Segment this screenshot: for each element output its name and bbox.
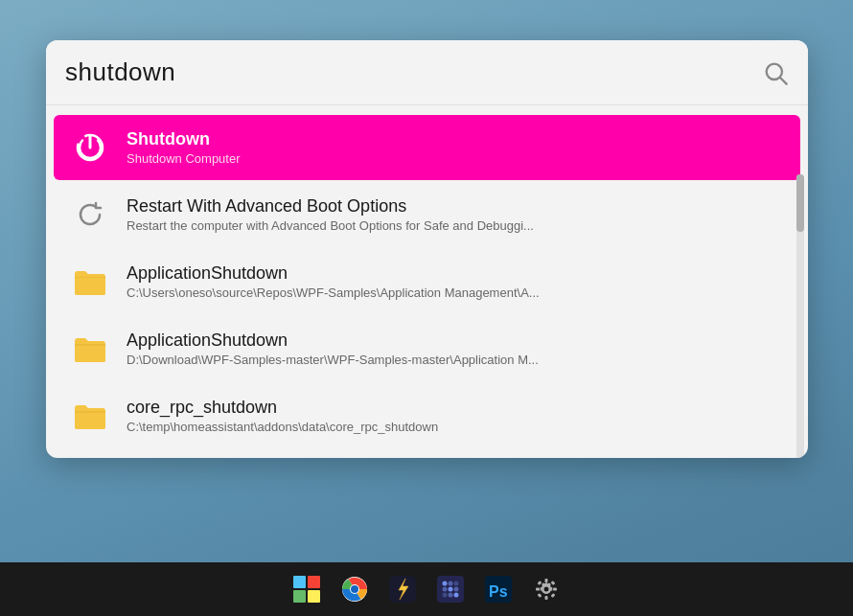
search-input[interactable]	[65, 57, 762, 87]
tailscale-icon	[437, 576, 464, 603]
svg-rect-33	[551, 593, 556, 598]
photoshop-icon: Ps	[485, 576, 512, 603]
search-icon	[762, 59, 789, 86]
svg-rect-5	[75, 345, 105, 362]
svg-rect-32	[538, 593, 542, 598]
folder-icon-3	[69, 395, 111, 437]
svg-point-19	[443, 593, 448, 598]
svg-point-15	[454, 582, 459, 586]
result-item-core-rpc[interactable]: core_rpc_shutdown C:\temp\homeassistant\…	[54, 383, 800, 448]
result-text-core-rpc: core_rpc_shutdown C:\temp\homeassistant\…	[127, 398, 785, 434]
folder-icon-2	[69, 328, 111, 370]
svg-point-16	[443, 587, 448, 592]
result-title-app-shutdown-1: ApplicationShutdown	[127, 263, 785, 284]
taskbar-tailscale-button[interactable]	[429, 568, 472, 610]
result-item-shutdown[interactable]: Shutdown Shutdown Computer	[54, 115, 800, 180]
power-icon	[69, 126, 111, 169]
desktop: Shutdown Shutdown Computer Restart With …	[0, 0, 853, 616]
svg-line-1	[780, 78, 786, 83]
svg-rect-27	[545, 596, 548, 600]
svg-point-21	[454, 593, 459, 598]
result-text-app-shutdown-2: ApplicationShutdown D:\Download\WPF-Samp…	[127, 331, 785, 367]
result-title-shutdown: Shutdown	[127, 129, 785, 149]
taskbar-settings-button[interactable]	[525, 568, 567, 610]
gear-icon	[533, 576, 560, 603]
svg-rect-6	[75, 412, 105, 429]
svg-rect-30	[538, 581, 542, 585]
windows-logo-icon	[293, 576, 320, 603]
svg-point-17	[449, 587, 453, 592]
result-text-app-shutdown-1: ApplicationShutdown C:\Users\oneso\sourc…	[127, 263, 785, 300]
svg-rect-29	[553, 588, 557, 591]
taskbar-photoshop-button[interactable]: Ps	[477, 568, 519, 610]
result-title-core-rpc: core_rpc_shutdown	[127, 398, 785, 418]
result-item-app-shutdown-2[interactable]: ApplicationShutdown D:\Download\WPF-Samp…	[54, 316, 800, 381]
taskbar-start-button[interactable]	[286, 568, 328, 610]
scrollbar-track[interactable]	[796, 174, 804, 458]
result-subtitle-shutdown: Shutdown Computer	[127, 151, 785, 166]
svg-rect-28	[536, 588, 540, 591]
result-text-restart-advanced: Restart With Advanced Boot Options Resta…	[127, 196, 785, 233]
search-dialog: Shutdown Shutdown Computer Restart With …	[46, 40, 808, 458]
svg-point-20	[449, 593, 453, 598]
folder-icon-1	[69, 261, 111, 303]
result-title-restart-advanced: Restart With Advanced Boot Options	[127, 196, 785, 217]
restart-icon	[69, 194, 111, 236]
svg-rect-4	[75, 278, 105, 295]
result-subtitle-restart-advanced: Restart the computer with Advanced Boot …	[127, 218, 785, 233]
svg-point-9	[351, 585, 358, 593]
svg-point-18	[454, 587, 459, 592]
svg-rect-26	[545, 579, 548, 582]
svg-point-14	[449, 582, 453, 586]
result-subtitle-app-shutdown-2: D:\Download\WPF-Samples-master\WPF-Sampl…	[127, 353, 785, 367]
svg-rect-31	[551, 581, 556, 585]
taskbar-lightning-button[interactable]	[381, 568, 424, 610]
result-subtitle-app-shutdown-1: C:\Users\oneso\source\Repos\WPF-Samples\…	[127, 285, 785, 300]
results-list: Shutdown Shutdown Computer Restart With …	[46, 105, 808, 458]
result-title-app-shutdown-2: ApplicationShutdown	[127, 331, 785, 351]
result-item-restart-advanced[interactable]: Restart With Advanced Boot Options Resta…	[54, 182, 800, 247]
taskbar: Ps	[0, 562, 853, 616]
chrome-icon	[341, 576, 368, 603]
svg-point-13	[443, 582, 448, 586]
taskbar-chrome-button[interactable]	[334, 568, 376, 610]
result-subtitle-core-rpc: C:\temp\homeassistant\addons\data\core_r…	[127, 420, 785, 434]
search-bar	[46, 40, 808, 105]
lightning-icon	[389, 576, 416, 603]
result-item-app-shutdown-1[interactable]: ApplicationShutdown C:\Users\oneso\sourc…	[54, 249, 800, 314]
scrollbar-thumb[interactable]	[796, 174, 804, 232]
svg-text:Ps: Ps	[489, 583, 508, 600]
result-text-shutdown: Shutdown Shutdown Computer	[127, 129, 785, 166]
